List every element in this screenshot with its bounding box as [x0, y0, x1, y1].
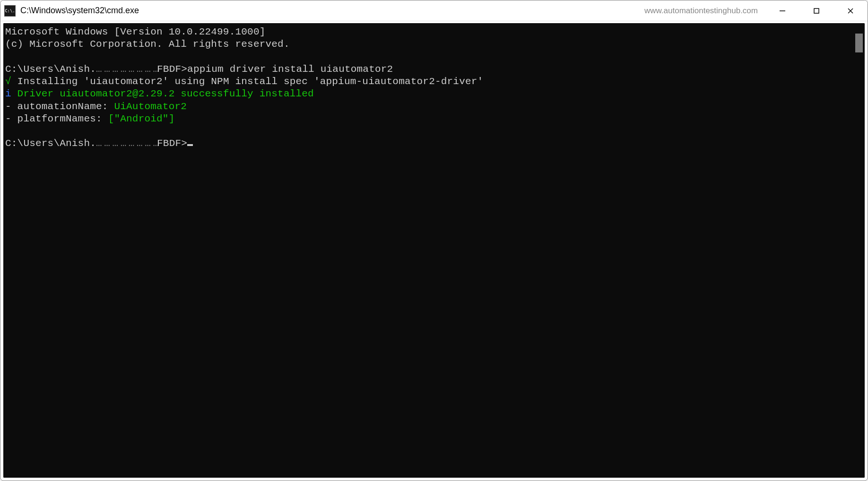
prompt-path: C:\Users\Anish. [5, 64, 96, 75]
watermark-text: www.automationtestinghub.com [644, 6, 758, 16]
version-line: Microsoft Windows [Version 10.0.22499.10… [5, 26, 266, 37]
cmd-window: C:\. C:\Windows\system32\cmd.exe www.aut… [0, 0, 868, 481]
svg-rect-1 [814, 9, 819, 13]
platform-value: ["Android"] [108, 113, 175, 124]
window-controls [765, 0, 868, 21]
scrollbar-thumb[interactable] [855, 34, 863, 52]
prompt-path-2: C:\Users\Anish. [5, 138, 96, 149]
terminal-area: Microsoft Windows [Version 10.0.22499.10… [3, 23, 865, 478]
maximize-icon [813, 7, 820, 15]
maximize-button[interactable] [799, 0, 833, 21]
info-mark: i [5, 88, 11, 99]
prompt-suffix-2: FBDF> [157, 138, 187, 149]
copyright-line: (c) Microsoft Corporation. All rights re… [5, 39, 290, 50]
close-button[interactable] [833, 0, 868, 21]
command-text: appium driver install uiautomator2 [187, 64, 393, 75]
automation-label: - automationName: [5, 101, 114, 112]
cursor [187, 144, 193, 146]
scrollbar[interactable] [853, 23, 865, 478]
window-title: C:\Windows\system32\cmd.exe [20, 6, 139, 16]
minimize-icon [779, 7, 786, 15]
install-line: Installing 'uiautomator2' using NPM inst… [11, 76, 484, 87]
check-mark: √ [5, 76, 11, 87]
prompt-obscured: … … … … … … … … [96, 64, 157, 75]
titlebar: C:\. C:\Windows\system32\cmd.exe www.aut… [0, 0, 868, 21]
cmd-icon: C:\. [4, 5, 16, 17]
close-icon [847, 7, 854, 15]
success-line: Driver uiautomator2@2.29.2 successfully … [11, 88, 314, 99]
prompt-suffix: FBDF> [157, 64, 187, 75]
platform-label: - platformNames: [5, 113, 108, 124]
prompt-obscured-2: … … … … … … … … [96, 138, 157, 149]
minimize-button[interactable] [765, 0, 799, 21]
terminal-output[interactable]: Microsoft Windows [Version 10.0.22499.10… [3, 23, 853, 478]
automation-value: UiAutomator2 [114, 101, 187, 112]
